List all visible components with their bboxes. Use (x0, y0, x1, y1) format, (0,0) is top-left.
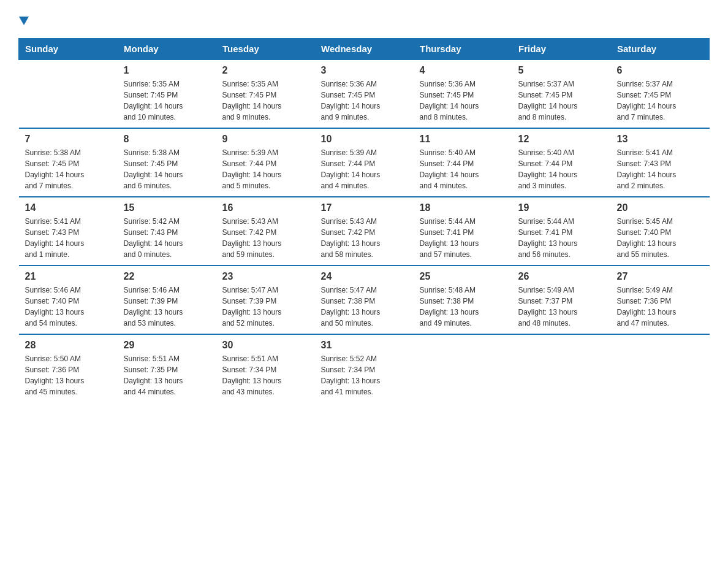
column-header-tuesday: Tuesday (216, 39, 315, 60)
day-info: Sunrise: 5:36 AM Sunset: 7:45 PM Dayligh… (420, 79, 506, 123)
column-header-wednesday: Wednesday (315, 39, 414, 60)
calendar-cell: 4Sunrise: 5:36 AM Sunset: 7:45 PM Daylig… (414, 59, 512, 128)
calendar-cell: 6Sunrise: 5:37 AM Sunset: 7:45 PM Daylig… (611, 59, 710, 128)
day-number: 17 (321, 202, 408, 213)
day-info: Sunrise: 5:51 AM Sunset: 7:34 PM Dayligh… (222, 353, 309, 397)
day-number: 9 (222, 134, 309, 145)
logo (18, 12, 29, 27)
day-info: Sunrise: 5:35 AM Sunset: 7:45 PM Dayligh… (222, 79, 309, 123)
week-row-3: 14Sunrise: 5:41 AM Sunset: 7:43 PM Dayli… (19, 197, 710, 266)
day-info: Sunrise: 5:41 AM Sunset: 7:43 PM Dayligh… (25, 216, 112, 260)
calendar-cell: 19Sunrise: 5:44 AM Sunset: 7:41 PM Dayli… (512, 197, 611, 266)
day-number: 13 (617, 134, 703, 145)
day-info: Sunrise: 5:39 AM Sunset: 7:44 PM Dayligh… (222, 147, 309, 191)
day-info: Sunrise: 5:49 AM Sunset: 7:36 PM Dayligh… (617, 285, 703, 329)
calendar-cell (512, 334, 611, 402)
calendar-table: SundayMondayTuesdayWednesdayThursdayFrid… (18, 38, 710, 402)
calendar-cell: 30Sunrise: 5:51 AM Sunset: 7:34 PM Dayli… (216, 334, 315, 402)
calendar-cell: 29Sunrise: 5:51 AM Sunset: 7:35 PM Dayli… (118, 334, 216, 402)
calendar-cell (611, 334, 710, 402)
day-info: Sunrise: 5:38 AM Sunset: 7:45 PM Dayligh… (124, 147, 210, 191)
calendar-cell: 8Sunrise: 5:38 AM Sunset: 7:45 PM Daylig… (118, 128, 216, 197)
logo-arrow-icon (19, 12, 29, 32)
column-header-friday: Friday (512, 39, 611, 60)
day-info: Sunrise: 5:37 AM Sunset: 7:45 PM Dayligh… (617, 79, 703, 123)
day-number: 3 (321, 65, 408, 76)
calendar-cell: 13Sunrise: 5:41 AM Sunset: 7:43 PM Dayli… (611, 128, 710, 197)
day-number: 12 (518, 134, 605, 145)
calendar-cell: 24Sunrise: 5:47 AM Sunset: 7:38 PM Dayli… (315, 266, 414, 334)
day-number: 1 (124, 65, 210, 76)
column-header-saturday: Saturday (611, 39, 710, 60)
day-info: Sunrise: 5:44 AM Sunset: 7:41 PM Dayligh… (420, 216, 506, 260)
day-info: Sunrise: 5:36 AM Sunset: 7:45 PM Dayligh… (321, 79, 408, 123)
calendar-cell: 18Sunrise: 5:44 AM Sunset: 7:41 PM Dayli… (414, 197, 512, 266)
calendar-cell: 28Sunrise: 5:50 AM Sunset: 7:36 PM Dayli… (19, 334, 118, 402)
calendar-cell: 27Sunrise: 5:49 AM Sunset: 7:36 PM Dayli… (611, 266, 710, 334)
day-info: Sunrise: 5:52 AM Sunset: 7:34 PM Dayligh… (321, 353, 408, 397)
logo-text (18, 12, 29, 32)
day-number: 21 (25, 271, 112, 282)
day-info: Sunrise: 5:45 AM Sunset: 7:40 PM Dayligh… (617, 216, 703, 260)
day-number: 6 (617, 65, 703, 76)
day-info: Sunrise: 5:47 AM Sunset: 7:39 PM Dayligh… (222, 285, 309, 329)
calendar-cell (414, 334, 512, 402)
day-number: 26 (518, 271, 605, 282)
day-number: 10 (321, 134, 408, 145)
day-number: 15 (124, 202, 210, 213)
day-number: 24 (321, 271, 408, 282)
day-number: 19 (518, 202, 605, 213)
calendar-cell: 22Sunrise: 5:46 AM Sunset: 7:39 PM Dayli… (118, 266, 216, 334)
calendar-cell: 21Sunrise: 5:46 AM Sunset: 7:40 PM Dayli… (19, 266, 118, 334)
week-row-4: 21Sunrise: 5:46 AM Sunset: 7:40 PM Dayli… (19, 266, 710, 334)
column-header-monday: Monday (118, 39, 216, 60)
day-info: Sunrise: 5:43 AM Sunset: 7:42 PM Dayligh… (222, 216, 309, 260)
day-info: Sunrise: 5:46 AM Sunset: 7:39 PM Dayligh… (124, 285, 210, 329)
day-number: 23 (222, 271, 309, 282)
day-number: 11 (420, 134, 506, 145)
calendar-cell: 20Sunrise: 5:45 AM Sunset: 7:40 PM Dayli… (611, 197, 710, 266)
day-info: Sunrise: 5:40 AM Sunset: 7:44 PM Dayligh… (420, 147, 506, 191)
day-info: Sunrise: 5:46 AM Sunset: 7:40 PM Dayligh… (25, 285, 112, 329)
calendar-cell: 16Sunrise: 5:43 AM Sunset: 7:42 PM Dayli… (216, 197, 315, 266)
week-row-1: 1Sunrise: 5:35 AM Sunset: 7:45 PM Daylig… (19, 59, 710, 128)
day-number: 31 (321, 340, 408, 351)
day-info: Sunrise: 5:51 AM Sunset: 7:35 PM Dayligh… (124, 353, 210, 397)
calendar-cell: 10Sunrise: 5:39 AM Sunset: 7:44 PM Dayli… (315, 128, 414, 197)
page-header (18, 12, 710, 27)
day-number: 5 (518, 65, 605, 76)
calendar-cell: 17Sunrise: 5:43 AM Sunset: 7:42 PM Dayli… (315, 197, 414, 266)
day-number: 27 (617, 271, 703, 282)
calendar-cell: 26Sunrise: 5:49 AM Sunset: 7:37 PM Dayli… (512, 266, 611, 334)
calendar-cell: 1Sunrise: 5:35 AM Sunset: 7:45 PM Daylig… (118, 59, 216, 128)
day-number: 22 (124, 271, 210, 282)
day-info: Sunrise: 5:41 AM Sunset: 7:43 PM Dayligh… (617, 147, 703, 191)
week-row-2: 7Sunrise: 5:38 AM Sunset: 7:45 PM Daylig… (19, 128, 710, 197)
calendar-header-row: SundayMondayTuesdayWednesdayThursdayFrid… (19, 39, 710, 60)
day-number: 29 (124, 340, 210, 351)
day-info: Sunrise: 5:48 AM Sunset: 7:38 PM Dayligh… (420, 285, 506, 329)
day-number: 20 (617, 202, 703, 213)
week-row-5: 28Sunrise: 5:50 AM Sunset: 7:36 PM Dayli… (19, 334, 710, 402)
day-info: Sunrise: 5:44 AM Sunset: 7:41 PM Dayligh… (518, 216, 605, 260)
day-info: Sunrise: 5:35 AM Sunset: 7:45 PM Dayligh… (124, 79, 210, 123)
day-info: Sunrise: 5:40 AM Sunset: 7:44 PM Dayligh… (518, 147, 605, 191)
day-number: 14 (25, 202, 112, 213)
calendar-cell: 3Sunrise: 5:36 AM Sunset: 7:45 PM Daylig… (315, 59, 414, 128)
calendar-cell: 11Sunrise: 5:40 AM Sunset: 7:44 PM Dayli… (414, 128, 512, 197)
column-header-thursday: Thursday (414, 39, 512, 60)
day-info: Sunrise: 5:49 AM Sunset: 7:37 PM Dayligh… (518, 285, 605, 329)
calendar-cell: 2Sunrise: 5:35 AM Sunset: 7:45 PM Daylig… (216, 59, 315, 128)
calendar-cell: 5Sunrise: 5:37 AM Sunset: 7:45 PM Daylig… (512, 59, 611, 128)
calendar-cell: 23Sunrise: 5:47 AM Sunset: 7:39 PM Dayli… (216, 266, 315, 334)
day-number: 7 (25, 134, 112, 145)
day-number: 28 (25, 340, 112, 351)
day-number: 25 (420, 271, 506, 282)
calendar-cell: 9Sunrise: 5:39 AM Sunset: 7:44 PM Daylig… (216, 128, 315, 197)
day-info: Sunrise: 5:42 AM Sunset: 7:43 PM Dayligh… (124, 216, 210, 260)
calendar-cell: 14Sunrise: 5:41 AM Sunset: 7:43 PM Dayli… (19, 197, 118, 266)
day-number: 16 (222, 202, 309, 213)
day-number: 8 (124, 134, 210, 145)
day-number: 18 (420, 202, 506, 213)
column-header-sunday: Sunday (19, 39, 118, 60)
